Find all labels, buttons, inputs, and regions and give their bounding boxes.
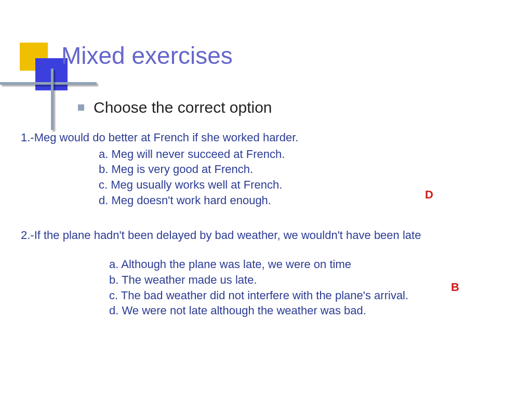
question-1-option-c: c. Meg usually works well at French. <box>99 177 516 193</box>
question-1-options: a. Meg will never succeed at French. b. … <box>99 147 516 208</box>
question-1-option-b: b. Meg is very good at French. <box>99 162 516 177</box>
question-1-answer: D <box>425 188 433 202</box>
question-1-option-a: a. Meg will never succeed at French. <box>99 147 516 162</box>
question-1-stem: 1.-Meg would do better at French if she … <box>21 130 516 145</box>
slide-content: 1.-Meg would do better at French if she … <box>21 130 516 318</box>
question-2-option-a: a. Although the plane was late, we were … <box>109 257 516 272</box>
question-2-stem: 2.-If the plane hadn't been delayed by b… <box>21 228 516 243</box>
question-2: 2.-If the plane hadn't been delayed by b… <box>21 228 516 318</box>
decor-vertical-line <box>51 69 54 130</box>
subtitle-text: Choose the correct option <box>94 99 272 116</box>
subtitle-row: Choose the correct option <box>78 99 272 116</box>
question-2-answer: B <box>451 281 459 294</box>
question-2-option-d: d. We were not late although the weather… <box>109 303 516 318</box>
question-1-option-d: d. Meg doesn't work hard enough. <box>99 193 516 208</box>
decor-horizontal-line <box>0 82 97 85</box>
bullet-icon <box>78 104 84 111</box>
slide-title: Mixed exercises <box>61 42 233 70</box>
